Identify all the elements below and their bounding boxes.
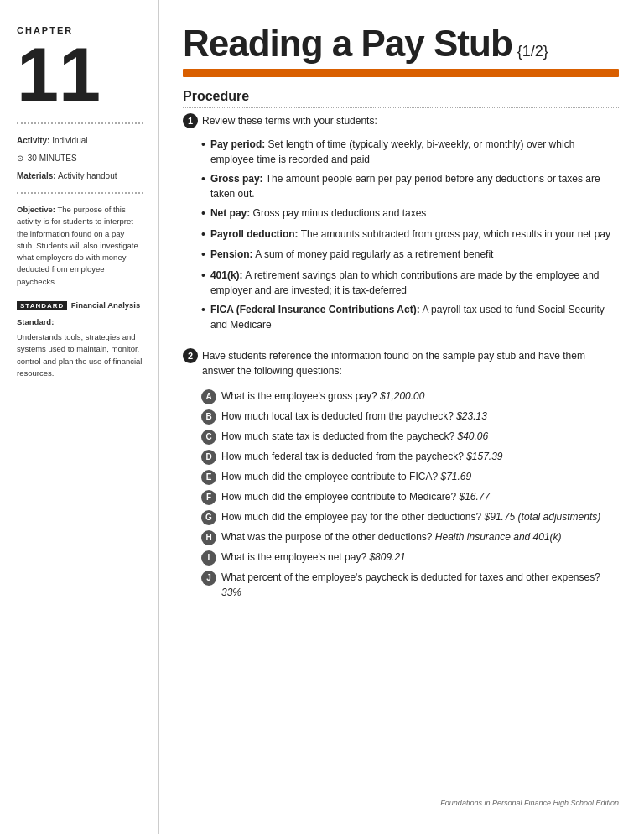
sidebar-divider-2 [17,192,143,194]
sub-letter-g: G [201,510,216,525]
term-def-1: Set length of time (typically weekly, bi… [210,138,574,165]
term-def-2: The amount people earn per pay period be… [210,173,600,200]
term-def-3: Gross pay minus deductions and taxes [253,207,427,219]
term-label-4: Payroll deduction: [210,228,299,240]
answer-i: $809.21 [369,551,405,563]
sub-question-c: C How much state tax is deducted from th… [201,429,619,445]
term-label-5: Pension: [210,248,253,260]
bullet-dot-5: • [201,247,205,263]
sub-question-h: H What was the purpose of the other dedu… [201,529,619,545]
bullet-dot-7: • [201,302,205,319]
orange-bar [183,69,619,77]
sub-q-b-text: How much local tax is deducted from the … [221,409,619,424]
sub-question-d: D How much federal tax is deducted from … [201,449,619,465]
section-title: Procedure [183,89,619,108]
sub-question-i: I What is the employee's net pay? $809.2… [201,550,619,566]
sub-letter-i: I [201,550,216,566]
sidebar-time: ⊙ 30 MINUTES [17,152,143,164]
sub-q-a-text: What is the employee's gross pay? $1,200… [221,388,619,404]
bullet-dot-4: • [201,227,205,243]
terms-list: • Pay period: Set length of time (typica… [201,137,619,336]
term-label-3: Net pay: [210,207,250,219]
title-row: Reading a Pay Stub {1/2} [183,25,619,62]
term-net-pay: • Net pay: Gross pay minus deductions an… [201,206,619,222]
sub-letter-a: A [201,389,216,404]
sidebar-divider [17,122,143,124]
step-2-circle: 2 [183,348,198,363]
sub-q-e-text: How much did the employee contribute to … [221,469,619,484]
sub-question-f: F How much did the employee contribute t… [201,489,619,505]
sub-letter-f: F [201,490,216,505]
term-def-4: The amounts subtracted from gross pay, w… [301,228,610,240]
term-def-6: A retirement savings plan to which contr… [210,269,600,296]
answer-e: $71.69 [440,471,471,482]
page-title: Reading a Pay Stub [183,25,512,62]
step-1-text: Review these terms with your students: [202,113,377,128]
page-fraction: {1/2} [517,43,548,60]
sub-question-a: A What is the employee's gross pay? $1,2… [201,388,619,404]
answer-d: $157.39 [466,451,502,462]
term-label-1: Pay period: [210,138,265,150]
sub-letter-b: B [201,409,216,425]
sub-q-h-text: What was the purpose of the other deduct… [221,529,619,545]
footer: Foundations in Personal Finance High Sch… [183,794,619,809]
sub-question-j: J What percent of the employee's paychec… [201,570,619,600]
sidebar-objective: Objective: The purpose of this activity … [17,204,143,288]
standard-badge: STANDARD [17,301,67,310]
term-401k: • 401(k): A retirement savings plan to w… [201,268,619,298]
step-2-text: Have students reference the information … [202,348,619,378]
clock-icon: ⊙ [17,152,23,164]
sub-letter-c: C [201,430,216,445]
sub-letter-e: E [201,470,216,485]
answer-c: $40.06 [457,430,488,442]
chapter-number: 11 [17,37,143,112]
step-2: 2 Have students reference the informatio… [183,348,619,378]
sub-questions-list: A What is the employee's gross pay? $1,2… [201,388,619,604]
sidebar-standard-text: Understands tools, strategies and system… [17,331,143,379]
sub-letter-h: H [201,530,216,545]
sub-question-b: B How much local tax is deducted from th… [201,409,619,425]
answer-j: 33% [221,586,242,598]
sub-letter-j: J [201,571,216,586]
sub-q-g-text: How much did the employee pay for the ot… [221,509,619,524]
sub-q-d-text: How much federal tax is deducted from th… [221,449,619,464]
bullet-dot-6: • [201,268,205,284]
term-pension: • Pension: A sum of money paid regularly… [201,247,619,263]
step-1: 1 Review these terms with your students: [183,113,619,128]
answer-a: $1,200.00 [380,390,424,402]
page: CHAPTER 11 Activity: Individual ⊙ 30 MIN… [0,0,644,834]
term-def-5: A sum of money paid regularly as a retir… [255,248,493,260]
sidebar-materials: Materials: Activity handout [17,169,143,182]
step-1-circle: 1 [183,113,198,128]
answer-g: $91.75 (total adjustments) [485,511,601,523]
main-content: Reading a Pay Stub {1/2} Procedure 1 Rev… [159,0,644,834]
answer-f: $16.77 [459,491,490,503]
sub-question-g: G How much did the employee pay for the … [201,509,619,525]
footer-text: Foundations in Personal Finance High Sch… [440,799,619,807]
sub-letter-d: D [201,450,216,465]
term-pay-period: • Pay period: Set length of time (typica… [201,137,619,167]
term-fica: • FICA (Federal Insurance Contributions … [201,302,619,332]
sub-q-c-text: How much state tax is deducted from the … [221,429,619,444]
answer-b: $23.13 [456,410,487,422]
sub-question-e: E How much did the employee contribute t… [201,469,619,485]
sidebar-activity: Activity: Individual [17,134,143,147]
term-payroll-deduction: • Payroll deduction: The amounts subtrac… [201,227,619,243]
sub-q-f-text: How much did the employee contribute to … [221,489,619,504]
term-label-6: 401(k): [210,269,243,281]
term-label-2: Gross pay: [210,173,263,185]
sub-q-i-text: What is the employee's net pay? $809.21 [221,550,619,565]
sub-q-j-text: What percent of the employee's paycheck … [221,570,619,600]
term-gross-pay: • Gross pay: The amount people earn per … [201,171,619,201]
bullet-dot-3: • [201,206,205,222]
standard-badge-container: STANDARD Financial Analysis Standard: [17,296,143,328]
sidebar: CHAPTER 11 Activity: Individual ⊙ 30 MIN… [0,0,159,834]
term-label-7: FICA (Federal Insurance Contributions Ac… [210,304,420,315]
bullet-dot-1: • [201,137,205,154]
answer-h: Health insurance and 401(k) [435,531,562,543]
bullet-dot-2: • [201,171,205,188]
